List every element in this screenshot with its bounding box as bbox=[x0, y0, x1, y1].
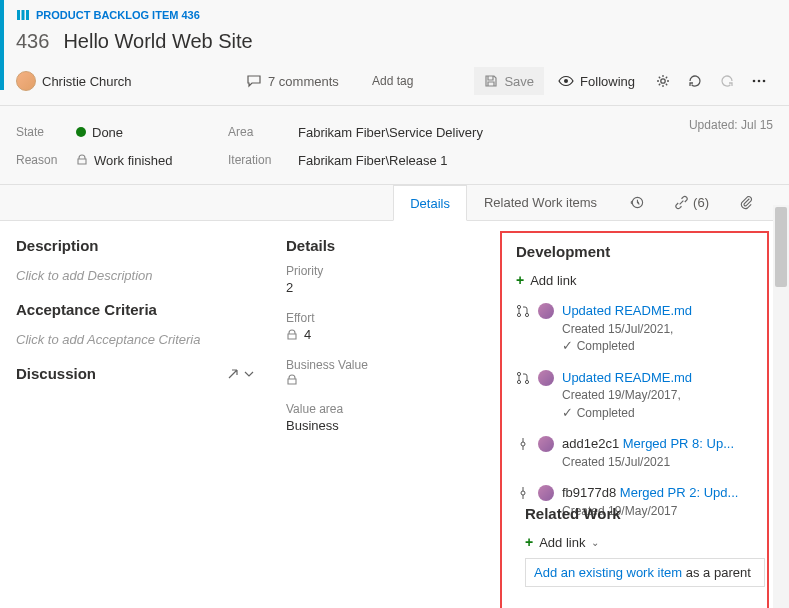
value-area-field[interactable]: Business bbox=[286, 416, 484, 439]
svg-rect-1 bbox=[22, 10, 25, 20]
svg-point-5 bbox=[753, 80, 756, 83]
avatar bbox=[538, 485, 554, 501]
description-field[interactable]: Click to add Description bbox=[16, 262, 254, 301]
work-item-title[interactable]: Hello World Web Site bbox=[63, 30, 252, 53]
avatar bbox=[538, 436, 554, 452]
comment-icon bbox=[246, 73, 262, 89]
more-button[interactable] bbox=[745, 67, 773, 95]
more-icon bbox=[751, 73, 767, 89]
priority-field[interactable]: 2 bbox=[286, 278, 484, 301]
svg-point-9 bbox=[517, 305, 520, 308]
acceptance-heading: Acceptance Criteria bbox=[16, 301, 254, 318]
undo-icon bbox=[719, 73, 735, 89]
dev-link[interactable]: Merged PR 8: Up... bbox=[623, 436, 734, 451]
add-existing-work-item-button[interactable]: Add an existing work item as a parent bbox=[525, 558, 765, 587]
save-button[interactable]: Save bbox=[474, 67, 544, 95]
backlog-item-icon bbox=[16, 8, 30, 22]
scrollbar-thumb[interactable] bbox=[775, 207, 787, 287]
lock-icon bbox=[76, 154, 88, 166]
development-item[interactable]: add1e2c1 Merged PR 8: Up... Created 15/J… bbox=[516, 431, 753, 480]
dev-link[interactable]: Updated README.md bbox=[562, 303, 692, 318]
add-tag-button[interactable]: Add tag bbox=[366, 72, 419, 90]
development-item[interactable]: Updated README.md Created 19/May/2017, ✓… bbox=[516, 365, 753, 432]
plus-icon: + bbox=[516, 272, 524, 288]
avatar bbox=[538, 370, 554, 386]
iteration-label: Iteration bbox=[228, 153, 298, 167]
gear-icon bbox=[655, 73, 671, 89]
tab-links[interactable]: (6) bbox=[659, 185, 724, 221]
avatar bbox=[16, 71, 36, 91]
lock-icon bbox=[286, 329, 298, 341]
refresh-button[interactable] bbox=[681, 67, 709, 95]
tab-history[interactable] bbox=[614, 185, 659, 221]
reason-label: Reason bbox=[16, 153, 76, 167]
area-field[interactable]: Fabrikam Fiber\Service Delivery bbox=[298, 125, 677, 140]
lock-icon bbox=[286, 374, 298, 386]
svg-point-3 bbox=[564, 79, 568, 83]
work-item-id: 436 bbox=[16, 30, 49, 53]
add-development-link-button[interactable]: + Add link bbox=[516, 268, 753, 298]
commit-icon bbox=[516, 486, 530, 500]
priority-label: Priority bbox=[286, 264, 484, 278]
reason-field[interactable]: Work finished bbox=[76, 153, 216, 168]
area-label: Area bbox=[228, 125, 298, 139]
dev-link[interactable]: Merged PR 2: Upd... bbox=[620, 485, 739, 500]
effort-label: Effort bbox=[286, 311, 484, 325]
related-work-section: Related Work + Add link ⌄ Add an existin… bbox=[525, 505, 765, 587]
tab-details[interactable]: Details bbox=[393, 185, 467, 221]
history-icon bbox=[629, 195, 644, 210]
svg-point-13 bbox=[517, 380, 520, 383]
breadcrumb[interactable]: PRODUCT BACKLOG ITEM 436 bbox=[16, 8, 773, 26]
updated-label: Updated: Jul 15 bbox=[689, 118, 773, 174]
breadcrumb-label: PRODUCT BACKLOG ITEM 436 bbox=[36, 9, 200, 21]
iteration-field[interactable]: Fabrikam Fiber\Release 1 bbox=[298, 153, 677, 168]
state-done-icon bbox=[76, 127, 86, 137]
pull-request-icon bbox=[516, 371, 530, 385]
svg-point-16 bbox=[521, 491, 525, 495]
svg-point-14 bbox=[525, 380, 528, 383]
undo-button[interactable] bbox=[713, 67, 741, 95]
svg-point-12 bbox=[517, 372, 520, 375]
tab-attachments[interactable] bbox=[724, 185, 769, 221]
follow-button[interactable]: Following bbox=[548, 67, 645, 95]
development-heading: Development bbox=[516, 243, 753, 260]
pull-request-icon bbox=[516, 304, 530, 318]
development-item[interactable]: Updated README.md Created 15/Jul/2021, ✓… bbox=[516, 298, 753, 365]
comments-button[interactable]: 7 comments bbox=[246, 73, 366, 89]
details-heading: Details bbox=[286, 237, 484, 254]
link-icon bbox=[674, 195, 689, 210]
svg-point-11 bbox=[525, 313, 528, 316]
acceptance-field[interactable]: Click to add Acceptance Criteria bbox=[16, 326, 254, 365]
assignee-picker[interactable]: Christie Church bbox=[16, 71, 246, 91]
refresh-icon bbox=[687, 73, 703, 89]
business-value-field[interactable] bbox=[286, 372, 484, 392]
svg-point-6 bbox=[758, 80, 761, 83]
comments-count: 7 comments bbox=[268, 74, 339, 89]
related-work-heading: Related Work bbox=[525, 505, 765, 522]
attachment-icon bbox=[739, 195, 754, 210]
assignee-name: Christie Church bbox=[42, 74, 132, 89]
expand-collapse-control[interactable] bbox=[226, 367, 254, 381]
chevron-down-icon: ⌄ bbox=[591, 537, 599, 548]
discussion-heading: Discussion bbox=[16, 365, 254, 382]
plus-icon: + bbox=[525, 534, 533, 550]
state-field[interactable]: Done bbox=[76, 125, 216, 140]
eye-icon bbox=[558, 73, 574, 89]
commit-icon bbox=[516, 437, 530, 451]
description-heading: Description bbox=[16, 237, 254, 254]
check-icon: ✓ bbox=[562, 405, 577, 420]
business-value-label: Business Value bbox=[286, 358, 484, 372]
save-icon bbox=[484, 74, 498, 88]
settings-button[interactable] bbox=[649, 67, 677, 95]
scrollbar[interactable] bbox=[773, 205, 789, 608]
svg-point-7 bbox=[763, 80, 766, 83]
effort-field[interactable]: 4 bbox=[286, 325, 484, 348]
svg-point-15 bbox=[521, 442, 525, 446]
add-related-link-button[interactable]: + Add link ⌄ bbox=[525, 530, 765, 558]
svg-point-10 bbox=[517, 313, 520, 316]
state-label: State bbox=[16, 125, 76, 139]
dev-link[interactable]: Updated README.md bbox=[562, 370, 692, 385]
avatar bbox=[538, 303, 554, 319]
svg-rect-0 bbox=[17, 10, 20, 20]
tab-related-work-items[interactable]: Related Work items bbox=[467, 185, 614, 221]
